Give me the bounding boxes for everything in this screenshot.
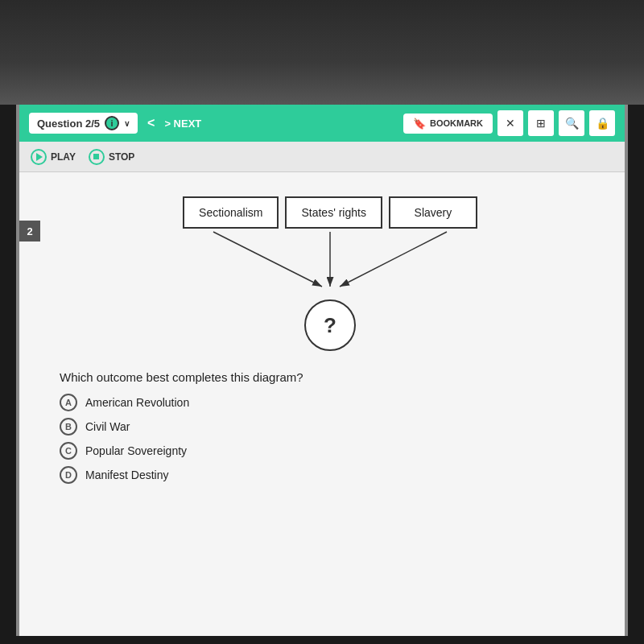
search-icon: 🔍 xyxy=(565,117,579,130)
svg-line-3 xyxy=(340,232,447,287)
play-circle-icon xyxy=(31,149,47,165)
answer-letter-c: C xyxy=(60,442,77,460)
prev-button[interactable]: < xyxy=(142,113,159,134)
diagram-boxes-row: Sectionalism States' rights Slavery xyxy=(183,196,477,229)
answer-text-d: Manifest Destiny xyxy=(85,469,168,481)
question-section: Which outcome best completes this diagra… xyxy=(60,370,601,484)
stop-button[interactable]: STOP xyxy=(89,149,134,165)
question-badge: Question 2/5 i ∨ xyxy=(29,113,138,134)
answer-option-b[interactable]: B Civil War xyxy=(60,418,601,436)
answer-letter-a: A xyxy=(60,394,77,411)
close-button[interactable]: ✕ xyxy=(497,110,523,136)
answer-text-c: Popular Sovereignty xyxy=(85,444,187,457)
chevron-down-icon[interactable]: ∨ xyxy=(124,119,130,128)
play-button[interactable]: PLAY xyxy=(31,149,76,165)
toolbar: Question 2/5 i ∨ < > NEXT 🔖 BOOKMARK ✕ ⊞… xyxy=(19,105,625,142)
playbar: PLAY STOP xyxy=(19,142,625,172)
question-text: Which outcome best completes this diagra… xyxy=(60,370,601,384)
content-area: 2 Sectionalism States' rights Slavery xyxy=(19,172,625,636)
svg-line-1 xyxy=(213,232,322,287)
search-button[interactable]: 🔍 xyxy=(559,110,584,136)
stop-circle-icon xyxy=(89,149,105,165)
answer-option-d[interactable]: D Manifest Destiny xyxy=(60,466,601,484)
play-triangle-icon xyxy=(36,153,43,161)
grid-button[interactable]: ⊞ xyxy=(528,110,554,136)
diagram-area: Sectionalism States' rights Slavery xyxy=(60,196,601,351)
close-icon: ✕ xyxy=(506,117,515,130)
bookmark-button[interactable]: 🔖 BOOKMARK xyxy=(403,114,493,134)
screen: Question 2/5 i ∨ < > NEXT 🔖 BOOKMARK ✕ ⊞… xyxy=(16,105,628,636)
lock-button[interactable]: 🔒 xyxy=(589,110,615,136)
question-label: Question 2/5 xyxy=(37,118,100,130)
answer-option-c[interactable]: C Popular Sovereignty xyxy=(60,442,601,460)
answer-option-a[interactable]: A American Revolution xyxy=(60,394,601,411)
diagram-box-sectionalism: Sectionalism xyxy=(183,196,279,229)
top-frame xyxy=(0,0,644,105)
lock-icon: 🔒 xyxy=(596,117,609,130)
next-button[interactable]: > NEXT xyxy=(164,118,201,130)
question-circle: ? xyxy=(304,299,356,351)
answer-letter-b: B xyxy=(60,418,77,436)
diagram-box-slavery: Slavery xyxy=(389,196,477,229)
answer-letter-d: D xyxy=(60,466,77,484)
answer-text-b: Civil War xyxy=(85,420,130,433)
stop-square-icon xyxy=(93,154,99,159)
arrows-svg xyxy=(169,229,491,301)
info-icon[interactable]: i xyxy=(105,116,119,130)
answer-text-a: American Revolution xyxy=(85,396,189,409)
grid-icon: ⊞ xyxy=(536,117,546,130)
question-number-badge: 2 xyxy=(19,221,40,242)
diagram-box-states-rights: States' rights xyxy=(285,196,382,229)
